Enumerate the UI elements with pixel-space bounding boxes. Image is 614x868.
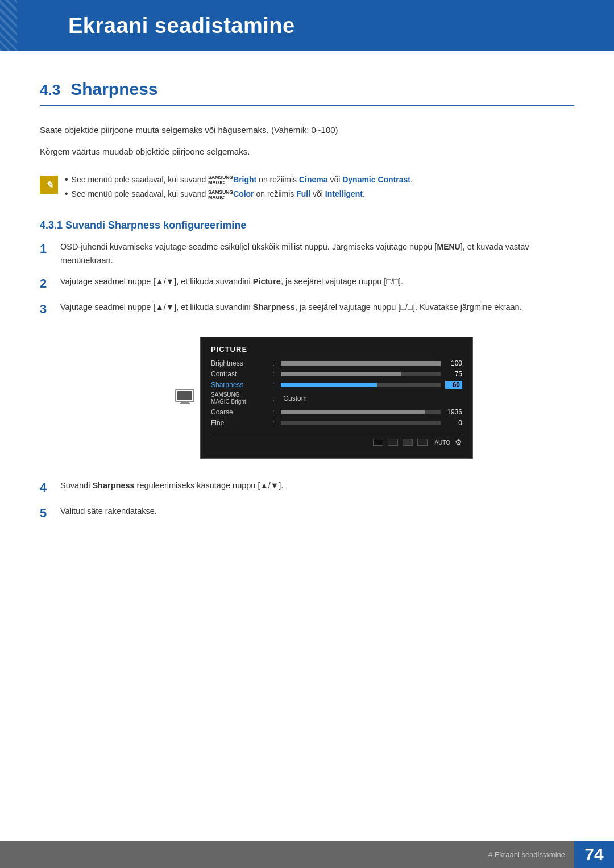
step-text-3: Vajutage seadmel nuppe [▲/▼], et liikuda… [60,301,574,314]
steps-list: 1 OSD-juhendi kuvamiseks vajutage seadme… [40,240,574,318]
osd-bar-brightness [281,361,441,366]
bold-sharpness-step4: Sharpness [92,481,134,490]
header-title: Ekraani seadistamine [57,14,295,38]
osd-row-contrast: Contrast : 75 [211,370,462,378]
osd-fill-sharpness [281,383,376,387]
osd-label-coarse: Coarse [211,408,268,416]
osd-bar-coarse [281,410,441,414]
svg-rect-3 [180,403,190,404]
osd-fill-contrast [281,372,400,376]
main-content: 4.3 Sharpness Saate objektide piirjoone … [0,51,614,564]
osd-btn-1 [373,439,383,446]
osd-label-contrast: Contrast [211,370,268,378]
step-text-5: Valitud säte rakendatakse. [60,505,574,518]
note-item-1: • See menüü pole saadaval, kui suvand SA… [65,175,413,185]
osd-value-brightness: 100 [445,359,462,367]
step-3: 3 Vajutage seadmel nuppe [▲/▼], et liiku… [40,301,574,318]
step-5: 5 Valitud säte rakendatakse. [40,505,574,522]
osd-wrapper: PICTURE Brightness : 100 Contrast : [74,326,574,469]
step-text-4: Suvandi Sharpness reguleerimiseks kasuta… [60,479,574,493]
note-icon: ✎ [40,176,58,194]
osd-fill-brightness [281,361,441,366]
osd-value-sharpness: 60 [445,381,462,389]
osd-row-brightness: Brightness : 100 [211,359,462,367]
footer-chapter-label: 4 Ekraani seadistamine [488,850,574,859]
osd-icon-row: AUTO ⚙ [211,434,462,447]
osd-value-fine: 0 [445,419,462,427]
osd-label-sharpness: Sharpness [211,381,268,389]
header-stripes [0,0,17,51]
note-content: • See menüü pole saadaval, kui suvand SA… [65,175,413,200]
footer: 4 Ekraani seadistamine 74 [0,841,614,868]
subsection-heading: Suvandi Sharpness konfigureerimine [65,219,246,231]
step-4: 4 Suvandi Sharpness reguleerimiseks kasu… [40,479,574,497]
section-title: 4.3 Sharpness [40,80,574,106]
bold-picture: Picture [253,277,281,286]
osd-row-magic-bright: SAMSUNGMAGIC Bright : Custom [211,392,462,405]
subsection-number: 4.3.1 [40,219,63,231]
step-number-5: 5 [40,505,52,522]
osd-with-icon: PICTURE Brightness : 100 Contrast : [175,326,473,469]
osd-label-fine: Fine [211,419,268,427]
bold-sharpness-step3: Sharpness [253,302,295,312]
brand-magic-bright: SAMSUNGMAGIC [208,175,233,185]
step-text-1: OSD-juhendi kuvamiseks vajutage seadme e… [60,240,574,268]
header-bar: 4 Ekraani seadistamine [0,0,614,51]
note-item-2: • See menüü pole saadaval, kui suvand SA… [65,189,413,200]
step-number-1: 1 [40,240,52,258]
osd-btn-2 [388,439,398,446]
osd-label-magic: SAMSUNGMAGIC Bright [211,392,268,405]
menu-key-1: MENU [437,242,460,251]
step-number-4: 4 [40,479,52,497]
monitor-icon [175,389,194,407]
osd-title: PICTURE [211,345,462,354]
body-line-1: Saate objektide piirjoone muuta selgemak… [40,123,574,138]
osd-gear-icon: ⚙ [455,438,462,447]
step-text-2: Vajutage seadmel nuppe [▲/▼], et liikuda… [60,275,574,289]
osd-row-fine: Fine : 0 [211,419,462,427]
osd-bar-sharpness [281,383,441,387]
osd-label-brightness: Brightness [211,359,268,367]
section-heading: Sharpness [70,80,157,99]
step-2: 2 Vajutage seadmel nuppe [▲/▼], et liiku… [40,275,574,293]
steps-list-2: 4 Suvandi Sharpness reguleerimiseks kasu… [40,479,574,522]
chapter-number: 4 [19,6,38,46]
step-1: 1 OSD-juhendi kuvamiseks vajutage seadme… [40,240,574,268]
subsection-title: 4.3.1 Suvandi Sharpness konfigureerimine [40,219,574,231]
osd-container: PICTURE Brightness : 100 Contrast : [200,337,473,459]
osd-btn-4 [417,439,428,446]
svg-rect-2 [181,402,189,403]
osd-bar-contrast [281,372,441,376]
osd-fill-coarse [281,410,425,414]
note-icon-symbol: ✎ [45,180,53,190]
note-text-1: See menüü pole saadaval, kui suvand SAMS… [72,175,413,185]
section-number: 4.3 [40,81,60,99]
osd-btn-3 [403,439,413,446]
svg-rect-1 [177,391,192,400]
bullet-1: • [65,175,68,185]
note-text-2: See menüü pole saadaval, kui suvand SAMS… [72,189,365,200]
bullet-2: • [65,189,68,199]
osd-custom-value: Custom [283,394,306,402]
footer-page-box: 74 [574,841,614,868]
brand-magic-color: SAMSUNGMAGIC [208,190,233,200]
osd-row-coarse: Coarse : 1936 [211,408,462,416]
osd-value-contrast: 75 [445,370,462,378]
osd-row-sharpness: Sharpness : 60 [211,381,462,389]
body-line-2: Kõrgem väärtus muudab objektide piirjoon… [40,144,574,159]
osd-auto-label: AUTO [434,439,450,446]
step-number-3: 3 [40,301,52,318]
note-box: ✎ • See menüü pole saadaval, kui suvand … [40,169,574,206]
osd-bar-fine [281,421,441,425]
step-number-2: 2 [40,275,52,293]
footer-page-number: 74 [584,845,603,864]
osd-value-coarse: 1936 [445,408,462,416]
